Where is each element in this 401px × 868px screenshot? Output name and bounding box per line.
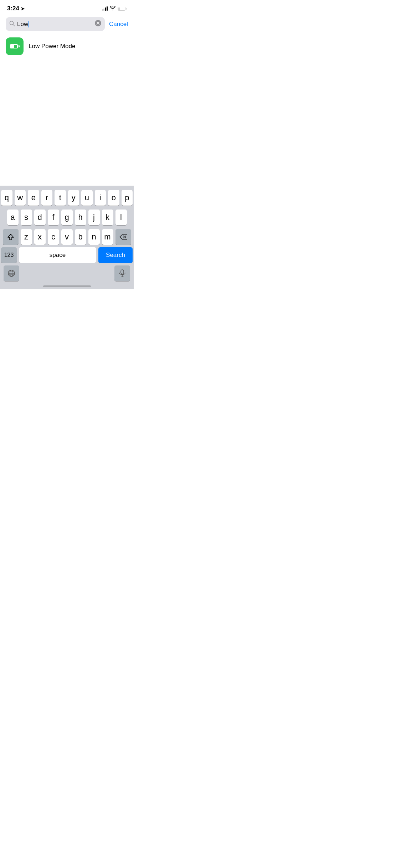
battery-icon	[118, 7, 127, 11]
time-display: 3:24	[7, 5, 19, 12]
space-key[interactable]: space	[19, 247, 96, 263]
key-m[interactable]: m	[102, 229, 113, 245]
svg-rect-12	[121, 270, 124, 274]
results-area: Low Power Mode	[0, 34, 134, 59]
keyboard-row-1: q w e r t y u i o p	[1, 190, 133, 206]
key-x[interactable]: x	[34, 229, 46, 245]
status-bar: 3:24 ➤	[0, 0, 134, 14]
result-item-low-power-mode[interactable]: Low Power Mode	[0, 34, 134, 59]
key-f[interactable]: f	[48, 210, 59, 225]
key-q[interactable]: q	[1, 190, 12, 206]
status-icons	[102, 6, 127, 11]
result-label: Low Power Mode	[29, 43, 75, 50]
clear-button[interactable]	[95, 20, 101, 28]
content-space	[0, 59, 134, 159]
delete-key[interactable]	[115, 229, 131, 245]
key-r[interactable]: r	[41, 190, 53, 206]
key-b[interactable]: b	[75, 229, 86, 245]
key-n[interactable]: n	[88, 229, 100, 245]
search-key[interactable]: Search	[98, 247, 133, 263]
keyboard-bottom-row: 123 space Search	[0, 245, 134, 265]
search-input[interactable]: Low	[17, 21, 93, 28]
key-c[interactable]: c	[48, 229, 59, 245]
keyboard: q w e r t y u i o p a s d f g h j k l	[0, 186, 134, 289]
cancel-button[interactable]: Cancel	[109, 21, 128, 28]
shift-key[interactable]	[3, 229, 19, 245]
wifi-icon	[110, 6, 115, 11]
key-g[interactable]: g	[61, 210, 73, 225]
key-k[interactable]: k	[102, 210, 113, 225]
key-a[interactable]: a	[7, 210, 19, 225]
low-power-mode-icon	[6, 37, 24, 55]
key-i[interactable]: i	[95, 190, 106, 206]
key-h[interactable]: h	[75, 210, 86, 225]
search-icon	[9, 21, 15, 28]
globe-key[interactable]	[4, 265, 19, 281]
key-z[interactable]: z	[21, 229, 32, 245]
status-time: 3:24 ➤	[7, 5, 25, 12]
key-w[interactable]: w	[15, 190, 26, 206]
key-e[interactable]: e	[28, 190, 39, 206]
location-icon: ➤	[21, 6, 25, 11]
search-area: Low Cancel	[0, 14, 134, 34]
home-bar	[43, 285, 91, 287]
key-o[interactable]: o	[108, 190, 119, 206]
keyboard-row-2: a s d f g h j k l	[1, 210, 133, 225]
keyboard-row-3: z x c v b n m	[1, 229, 133, 245]
numbers-key[interactable]: 123	[1, 247, 17, 263]
home-indicator	[0, 283, 134, 289]
search-value: Low	[17, 21, 28, 28]
text-cursor	[29, 21, 29, 27]
key-y[interactable]: y	[68, 190, 79, 206]
key-t[interactable]: t	[55, 190, 66, 206]
key-j[interactable]: j	[88, 210, 100, 225]
key-p[interactable]: p	[122, 190, 133, 206]
key-d[interactable]: d	[34, 210, 46, 225]
search-bar[interactable]: Low	[6, 17, 105, 31]
key-u[interactable]: u	[81, 190, 93, 206]
key-v[interactable]: v	[61, 229, 73, 245]
keyboard-rows: q w e r t y u i o p a s d f g h j k l	[0, 186, 134, 245]
signal-icon	[102, 6, 108, 11]
key-s[interactable]: s	[21, 210, 32, 225]
key-l[interactable]: l	[115, 210, 127, 225]
svg-line-1	[13, 24, 15, 26]
mic-key[interactable]	[114, 265, 130, 281]
